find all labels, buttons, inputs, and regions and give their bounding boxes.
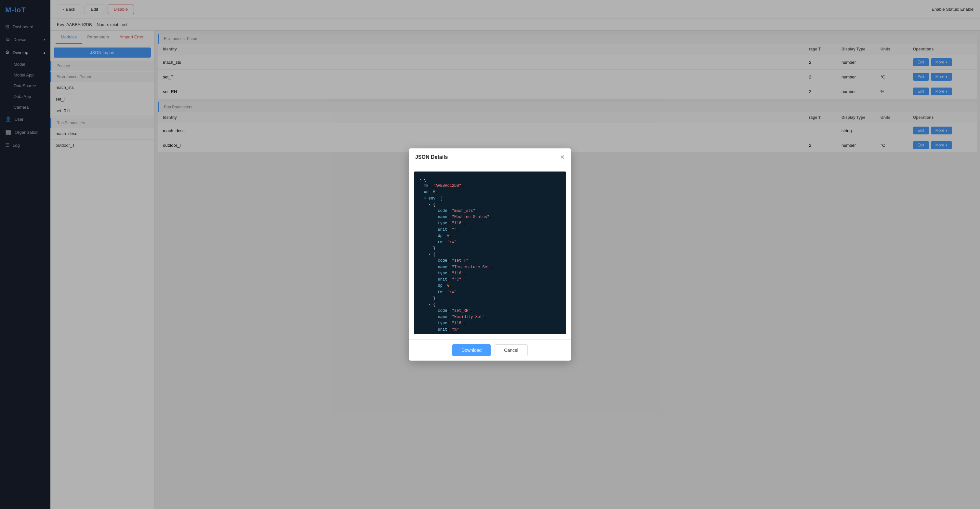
modal-overlay[interactable]: JSON Details ✕ ▾ { mk: "AABBAdi2DB", un:… bbox=[0, 0, 980, 509]
json-details-modal: JSON Details ✕ ▾ { mk: "AABBAdi2DB", un:… bbox=[409, 148, 571, 361]
modal-header: JSON Details ✕ bbox=[409, 148, 571, 166]
modal-footer: Download Cancel bbox=[409, 340, 571, 361]
download-button[interactable]: Download bbox=[452, 344, 491, 356]
json-viewer: ▾ { mk: "AABBAdi2DB", un: 0, ▾ env: [ ▾ … bbox=[414, 172, 566, 334]
modal-body: ▾ { mk: "AABBAdi2DB", un: 0, ▾ env: [ ▾ … bbox=[409, 166, 571, 340]
cancel-button[interactable]: Cancel bbox=[495, 344, 528, 356]
modal-title: JSON Details bbox=[415, 154, 448, 160]
modal-close-button[interactable]: ✕ bbox=[560, 153, 565, 161]
